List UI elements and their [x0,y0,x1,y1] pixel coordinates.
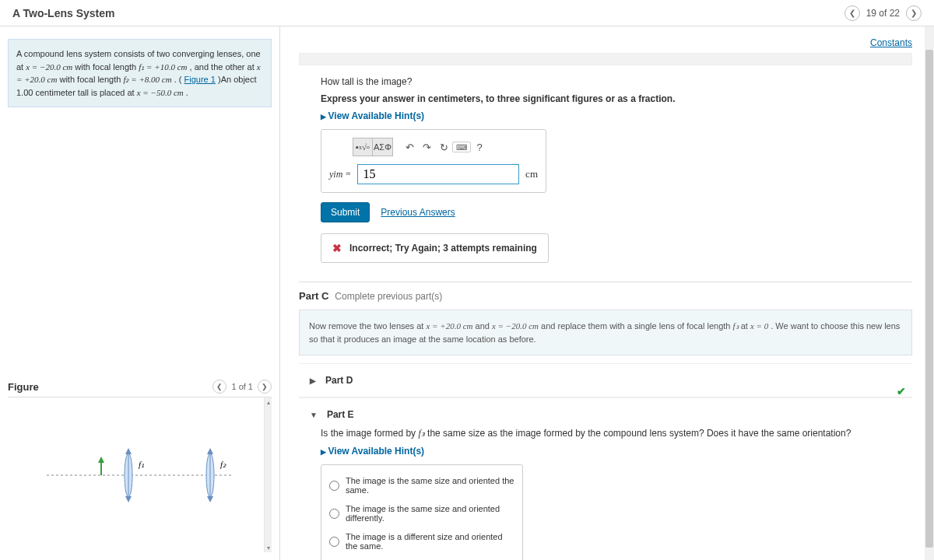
input-toolbar: ▪x√▫ ΑΣΦ ↶ ↷ ↻ ⌨ ? [353,138,538,156]
pager: ❮ 19 of 22 ❯ [844,5,922,21]
keyboard-icon[interactable]: ⌨ [452,142,471,152]
template-tool[interactable]: ▪x√▫ [353,138,373,156]
option-3[interactable]: The image is a different size and orient… [329,555,514,560]
svg-text:f₂: f₂ [220,460,226,469]
page-title: A Two-Lens System [12,7,114,19]
parte-options: The image is the same size and oriented … [321,464,523,560]
greek-tool[interactable]: ΑΣΦ [373,138,393,156]
lens-diagram: f₁ f₂ [31,429,249,522]
figure-header: Figure ❮ 1 of 1 ❯ [8,376,272,397]
svg-marker-5 [125,448,132,454]
prev-page-button[interactable]: ❮ [844,5,860,21]
answer-unit: cm [525,168,538,180]
option-2[interactable]: The image is a different size and orient… [329,527,514,555]
parte-question: Is the image formed by f₃ the same size … [321,428,912,439]
option-1[interactable]: The image is the same size and oriented … [329,499,514,527]
right-panel: Constants How tall is the image? Express… [280,26,934,560]
partd-row[interactable]: ▶ Part D ✔ [299,363,912,397]
figure-scrollbar[interactable]: ▴ ▾ [264,397,272,552]
svg-marker-6 [125,496,132,502]
svg-text:f₁: f₁ [139,460,144,469]
chevron-right-icon: ▶ [310,376,316,385]
figure-link[interactable]: Figure 1 [184,75,216,84]
page-header: A Two-Lens System ❮ 19 of 22 ❯ [0,0,934,26]
feedback-box: ✖ Incorrect; Try Again; 3 attempts remai… [321,233,549,263]
previous-answers-link[interactable]: Previous Answers [381,207,455,218]
figure-next-button[interactable]: ❯ [258,380,272,394]
check-icon: ✔ [897,385,906,397]
next-page-button[interactable]: ❯ [906,5,922,21]
partb-instruction: Express your answer in centimeters, to t… [321,93,912,104]
answer-box: ▪x√▫ ΑΣΦ ↶ ↷ ↻ ⌨ ? yim = cm [321,129,546,193]
help-icon[interactable]: ? [471,138,488,156]
answer-var: yim = [329,169,351,180]
chevron-down-icon: ▼ [310,411,318,419]
problem-statement: A compound lens system consists of two c… [8,39,272,107]
answer-input[interactable] [357,164,519,184]
parte-row[interactable]: ▼ Part E [299,397,912,423]
reset-icon[interactable]: ↻ [435,138,452,156]
partc-context: Now remove the two lenses at x = +20.0 c… [299,310,912,355]
partb-submit-button[interactable]: Submit [321,202,370,222]
parte-hints-link[interactable]: View Available Hint(s) [321,446,424,457]
incorrect-icon: ✖ [332,242,342,254]
option-0[interactable]: The image is the same size and oriented … [329,471,514,499]
redo-icon[interactable]: ↷ [418,138,435,156]
pager-text: 19 of 22 [866,8,900,19]
svg-marker-11 [207,496,213,502]
figure-prev-button[interactable]: ❮ [212,380,226,394]
partb-hints-link[interactable]: View Available Hint(s) [321,110,424,121]
constants-link[interactable]: Constants [870,37,912,48]
figure-area: f₁ f₂ ▴ ▾ [8,397,272,552]
feedback-text: Incorrect; Try Again; 3 attempts remaini… [349,243,537,254]
figure-title: Figure [8,381,39,393]
main-scrollbar[interactable] [925,26,934,560]
left-panel: A compound lens system consists of two c… [0,26,280,560]
svg-marker-10 [207,448,213,454]
partc-header: Part C Complete previous part(s) [299,282,912,302]
figure-counter: 1 of 1 [231,382,253,391]
svg-marker-2 [98,457,104,463]
undo-icon[interactable]: ↶ [401,138,418,156]
grey-bar [299,53,912,65]
partb-question: How tall is the image? [321,76,912,87]
